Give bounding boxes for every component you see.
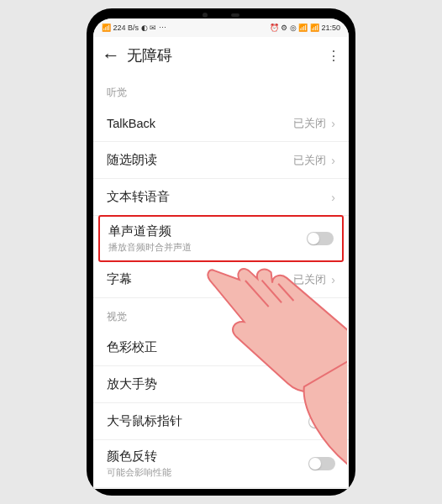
row-label: 文本转语音 — [107, 189, 331, 205]
row-mono-audio[interactable]: 单声道音频 播放音频时合并声道 — [100, 217, 342, 260]
row-color-correction[interactable]: 色彩校正 已关闭 › — [93, 329, 349, 366]
status-left: 📶 224 B/s ◐ ✉ ⋯ — [102, 24, 166, 32]
row-subtitle: 可能会影响性能 — [107, 466, 308, 479]
row-label: 颜色反转 — [107, 449, 308, 465]
highlighted-row: 单声道音频 播放音频时合并声道 — [98, 215, 344, 262]
row-label: 随选朗读 — [107, 152, 293, 168]
row-talkback[interactable]: TalkBack 已关闭 › — [93, 105, 349, 142]
row-label: 放大手势 — [107, 376, 293, 392]
row-status: 已关闭 — [293, 340, 326, 355]
chevron-right-icon: › — [331, 154, 335, 167]
chevron-right-icon: › — [331, 117, 335, 130]
row-label: 大号鼠标指针 — [107, 413, 308, 429]
chevron-right-icon: › — [331, 341, 335, 354]
row-label: TalkBack — [107, 117, 293, 130]
row-status: 已关闭 — [293, 153, 326, 168]
row-status: 已关闭 — [293, 272, 326, 287]
screen: 📶 224 B/s ◐ ✉ ⋯ ⏰ ⚙ ◎ 📶 📶 21:50 ← 无障碍 ⋮ … — [93, 18, 349, 489]
toggle-switch[interactable] — [308, 457, 335, 470]
toggle-switch[interactable] — [308, 415, 335, 428]
row-label: 色彩校正 — [107, 339, 293, 355]
more-icon[interactable]: ⋮ — [324, 48, 340, 64]
row-tts[interactable]: 文本转语音 › — [93, 179, 349, 216]
phone-frame: 📶 224 B/s ◐ ✉ ⋯ ⏰ ⚙ ◎ 📶 📶 21:50 ← 无障碍 ⋮ … — [87, 8, 355, 496]
camera-notch — [93, 12, 349, 18]
toggle-switch[interactable] — [307, 232, 334, 245]
row-large-pointer[interactable]: 大号鼠标指针 — [93, 403, 349, 440]
settings-list[interactable]: 听觉 TalkBack 已关闭 › 随选朗读 已关闭 › 文本转语音 › — [93, 74, 349, 489]
chevron-right-icon: › — [331, 191, 335, 204]
row-label: 单声道音频 — [108, 223, 307, 239]
page-title: 无障碍 — [127, 45, 324, 66]
row-captions[interactable]: 字幕 已关闭 › — [93, 261, 349, 298]
row-subtitle: 播放音频时合并声道 — [108, 241, 307, 254]
row-magnification[interactable]: 放大手势 已关闭 › — [93, 366, 349, 403]
section-hearing: 听觉 — [93, 74, 349, 105]
row-label: 字幕 — [107, 271, 293, 287]
status-bar: 📶 224 B/s ◐ ✉ ⋯ ⏰ ⚙ ◎ 📶 📶 21:50 — [93, 18, 349, 37]
status-right: ⏰ ⚙ ◎ 📶 📶 21:50 — [270, 24, 340, 32]
app-bar: ← 无障碍 ⋮ — [93, 37, 349, 74]
row-select-to-speak[interactable]: 随选朗读 已关闭 › — [93, 142, 349, 179]
row-status: 已关闭 — [293, 377, 326, 392]
back-icon[interactable]: ← — [102, 46, 122, 65]
chevron-right-icon: › — [331, 273, 335, 286]
row-color-inversion[interactable]: 颜色反转 可能会影响性能 — [93, 440, 349, 488]
row-status: 已关闭 — [293, 116, 326, 131]
row-high-contrast[interactable]: 高对比度文字 — [93, 488, 349, 489]
section-vision: 视觉 — [93, 298, 349, 329]
chevron-right-icon: › — [331, 378, 335, 391]
